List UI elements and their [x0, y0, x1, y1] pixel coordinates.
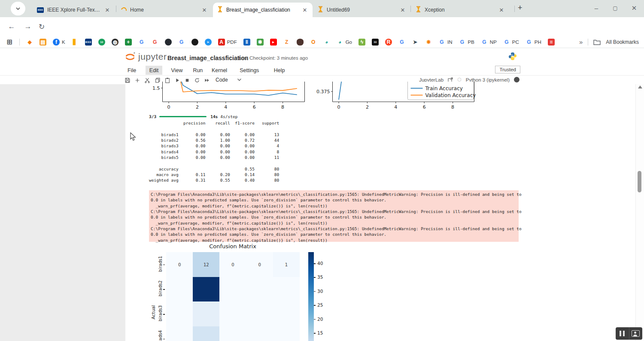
menu-settings[interactable]: Settings: [236, 66, 263, 75]
teal-ring-icon: ◕: [323, 39, 330, 46]
kernel-busy-indicator: [514, 77, 519, 82]
bookmark-item[interactable]: fK: [53, 39, 65, 46]
bookmark-item[interactable]: G: [152, 39, 158, 46]
bookmark-item[interactable]: GPC: [503, 39, 519, 46]
bookmark-item[interactable]: ◍: [112, 39, 118, 46]
new-tab-button[interactable]: +: [518, 3, 522, 12]
page-scrollbar-track[interactable]: [635, 84, 644, 341]
tab-close-icon[interactable]: ✕: [201, 7, 208, 13]
bookmark-item[interactable]: [191, 39, 198, 46]
bookmark-item[interactable]: ⊞: [6, 39, 13, 46]
browser-tab[interactable]: Home✕: [117, 3, 212, 17]
stderr-warning-block: C:\Program Files\Anaconda3\Lib\site-pack…: [149, 190, 519, 242]
orange-app-icon: ▤: [39, 39, 46, 46]
checkpoint-status: Last Checkpoint: 3 minutes ago: [239, 55, 308, 61]
colorbar-tick-label: 25: [317, 302, 323, 308]
google-icon: G: [178, 39, 185, 46]
bookmark-item[interactable]: R: [385, 39, 392, 46]
all-bookmarks-button[interactable]: All Bookmarks: [606, 39, 639, 45]
bookmark-item[interactable]: ϟ: [358, 39, 365, 46]
jupyter-logo[interactable]: jupyter: [124, 51, 167, 63]
bookmark-item[interactable]: ▶: [270, 39, 277, 46]
tab-separator: [410, 6, 411, 12]
bookmark-item[interactable]: [297, 39, 304, 46]
bookmark-item[interactable]: ➤: [412, 39, 419, 46]
browser-tab[interactable]: Untitled69✕: [313, 3, 410, 17]
back-button[interactable]: ←: [6, 21, 17, 32]
browser-tab[interactable]: Xception✕: [411, 3, 509, 17]
menu-edit[interactable]: Edit: [146, 66, 163, 75]
bookmark-item[interactable]: ◆: [26, 39, 33, 46]
save-button[interactable]: [124, 76, 131, 84]
tab-separator: [514, 6, 515, 12]
heatmap-cell: [219, 301, 246, 326]
bookmark-item[interactable]: G: [138, 39, 145, 46]
menu-file[interactable]: File: [124, 66, 140, 75]
google-icon: G: [459, 39, 466, 46]
bookmark-item[interactable]: [165, 39, 172, 46]
insert-cell-button[interactable]: [134, 76, 141, 84]
bookmark-item[interactable]: ≡: [548, 39, 555, 46]
tab-close-icon[interactable]: ✕: [399, 7, 406, 13]
bookmark-item[interactable]: GIN: [438, 39, 453, 46]
tab-close-icon[interactable]: ✕: [301, 7, 308, 13]
tab-close-icon[interactable]: ✕: [498, 7, 505, 13]
bookmark-item[interactable]: APDF: [218, 39, 237, 46]
forward-button[interactable]: →: [22, 21, 33, 32]
github-icon: [165, 39, 172, 46]
heatmap-cell: [193, 301, 219, 326]
menu-help[interactable]: Help: [270, 66, 289, 75]
scrollbar-thumb[interactable]: [638, 171, 641, 192]
bookmark-item[interactable]: ❋: [425, 39, 432, 46]
menu-run[interactable]: Run: [189, 66, 207, 75]
bookmarks-overflow-chevrons[interactable]: »: [579, 38, 583, 46]
loading-spinner: [120, 6, 128, 14]
pause-button[interactable]: [616, 327, 629, 340]
bookmark-item[interactable]: GPB: [459, 39, 474, 46]
bookmark-item[interactable]: ✱: [257, 39, 264, 46]
bookmark-item[interactable]: GNP: [481, 39, 497, 46]
bookmark-item[interactable]: GPH: [526, 39, 541, 46]
bookmark-item[interactable]: ▤: [39, 39, 46, 46]
trusted-button[interactable]: Trusted: [495, 66, 520, 73]
pdf-icon: A: [218, 39, 225, 46]
bookmark-item[interactable]: G: [178, 39, 185, 46]
tab-close-icon[interactable]: ✕: [104, 7, 111, 13]
bookmark-item[interactable]: GI: [372, 39, 379, 46]
bookmark-item[interactable]: ➤: [205, 39, 212, 46]
bookmark-item[interactable]: Z: [283, 39, 290, 46]
menu-view[interactable]: View: [167, 66, 187, 75]
progress-step: 4s/step: [220, 114, 237, 119]
bookmark-item[interactable]: G: [398, 39, 405, 46]
bookmark-item[interactable]: 10: [98, 39, 105, 46]
bookmark-item[interactable]: ◕: [323, 39, 330, 46]
bookmark-item[interactable]: ◕Go: [337, 39, 352, 46]
y-tick-mark: [163, 339, 165, 340]
chevron-down-icon[interactable]: [237, 78, 242, 82]
browser-tab[interactable]: IEEEIEEE Xplore Full-Text PDF:✕: [33, 3, 115, 17]
window-close-button[interactable]: ✕: [629, 4, 639, 12]
tab-search-chevron-button[interactable]: [11, 2, 25, 15]
dark-oval-icon: [297, 39, 304, 46]
heatmap-cell: [219, 277, 246, 302]
window-maximize-button[interactable]: ▢: [611, 5, 620, 11]
address-bar: ← → ↻ ⓘ localhost:8888/notebooks/Breast_…: [0, 17, 644, 36]
heatmap-cell: [193, 277, 219, 302]
bookmark-item[interactable]: ▋: [72, 39, 79, 46]
window-minimize-button[interactable]: –: [592, 4, 601, 12]
svg-text:Train Accuracy: Train Accuracy: [425, 85, 463, 91]
heatmap-annotation: 12: [204, 262, 209, 267]
scrollbar-up-arrow[interactable]: [638, 85, 642, 88]
browser-tab[interactable]: Breast_image_classficiation✕: [213, 3, 313, 17]
bookmark-item[interactable]: IEEE: [85, 39, 92, 46]
bookmark-item[interactable]: +: [125, 39, 132, 46]
heatmap-cell: [273, 277, 300, 302]
bookmark-item[interactable]: ‖: [243, 39, 250, 46]
reload-button[interactable]: ↻: [36, 21, 47, 32]
notebook-title[interactable]: Breast_image_classficiation: [167, 55, 248, 61]
bookmark-item[interactable]: O: [310, 39, 317, 46]
picture-in-picture-button[interactable]: [629, 327, 643, 340]
ten-badge-icon: 10: [98, 39, 105, 46]
jupyter-wordmark: jupyter: [138, 52, 167, 62]
menu-kernel[interactable]: Kernel: [208, 66, 231, 75]
